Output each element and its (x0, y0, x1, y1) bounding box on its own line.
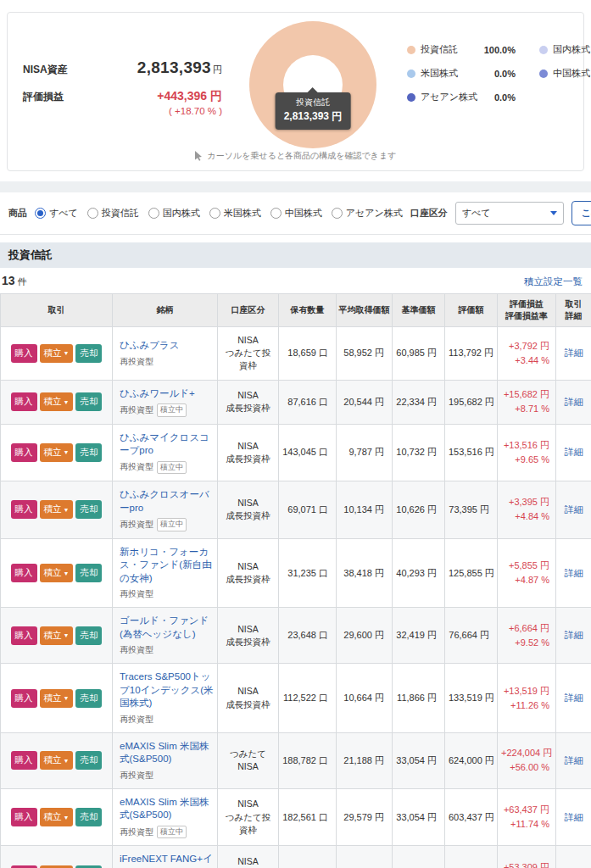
valuation-cell: 153,516 円 (445, 424, 498, 481)
fund-name-link[interactable]: eMAXIS Slim 米国株式(S&P500) (120, 740, 214, 766)
product-option-アセアン株式[interactable]: アセアン株式 (332, 207, 403, 220)
fund-row: 購入 積立▼ 売却 iFreeNEXT FANG+インデックス 再投資型 積立中… (1, 846, 591, 868)
product-option-投資信託[interactable]: 投資信託 (87, 207, 139, 220)
tsumitate-button[interactable]: 積立▼ (40, 392, 74, 411)
tsumitate-active-badge: 積立中 (157, 461, 187, 475)
buy-button[interactable]: 購入 (11, 344, 37, 363)
fund-row: 購入 積立▼ 売却 eMAXIS Slim 米国株式(S&P500) 再投資型 … (1, 788, 591, 846)
dropdown-arrow-icon: ▼ (64, 570, 70, 576)
fund-row: 購入 積立▼ 売却 新ホリコ・フォーカス・ファンド(新自由の女神) 再投資型 N… (1, 538, 591, 608)
sell-button[interactable]: 売却 (75, 808, 102, 826)
buy-button[interactable]: 購入 (11, 443, 37, 462)
hint-row: カーソルを乗せると各商品の構成を確認できます (23, 150, 568, 164)
tsumitate-button[interactable]: 積立▼ (40, 564, 74, 582)
tsumitate-button[interactable]: 積立▼ (40, 344, 74, 363)
tsumitate-settings-link[interactable]: 積立設定一覧 (524, 275, 583, 288)
tsumitate-button[interactable]: 積立▼ (40, 443, 74, 462)
legend-item: アセアン株式 0.0% (407, 91, 516, 103)
column-header: 保有数量 (279, 294, 337, 327)
product-filter-label: 商品 (8, 207, 27, 220)
fund-name-link[interactable]: ひふみクロスオーバーpro (120, 488, 214, 515)
average-price-cell: 21,188 円 (337, 732, 393, 788)
sell-button[interactable]: 売却 (75, 500, 102, 519)
sell-button[interactable]: 売却 (75, 626, 102, 645)
product-option-すべて[interactable]: すべて (35, 207, 78, 220)
product-options: すべて 投資信託 国内株式 米国株式 中国株式 アセアン株式 (35, 207, 403, 220)
fund-row: 購入 積立▼ 売却 ひふみクロスオーバーpro 再投資型 積立中 NISA成長投… (1, 481, 591, 539)
tsumitate-active-badge: 積立中 (157, 826, 187, 839)
tsumitate-button[interactable]: 積立▼ (40, 689, 74, 708)
fund-name-link[interactable]: eMAXIS Slim 米国株式(S&P500) (120, 796, 214, 822)
dropdown-arrow-icon: ▼ (64, 507, 70, 513)
detail-link[interactable]: 詳細 (565, 568, 583, 578)
fund-name-link[interactable]: Tracers S&P500トップ10インデックス(米国株式) (120, 670, 214, 710)
average-price-cell: 29,579 円 (337, 788, 393, 846)
account-select-value: すべて (462, 207, 491, 220)
buy-button[interactable]: 購入 (11, 808, 37, 826)
legend-value: 0.0% (494, 69, 516, 79)
base-price-cell: 22,334 円 (393, 380, 445, 424)
tsumitate-button[interactable]: 積立▼ (40, 626, 74, 645)
detail-link[interactable]: 詳細 (565, 397, 583, 407)
account-select[interactable]: すべて (455, 202, 564, 225)
detail-link[interactable]: 詳細 (565, 693, 583, 703)
pl-rate: +9.65 % (501, 453, 549, 467)
tsumitate-button[interactable]: 積立▼ (40, 500, 74, 519)
product-option-中国株式[interactable]: 中国株式 (270, 207, 322, 220)
buy-button[interactable]: 購入 (11, 689, 37, 708)
trade-buttons-cell: 購入 積立▼ 売却 (1, 380, 113, 424)
buy-button[interactable]: 購入 (11, 564, 37, 582)
detail-link[interactable]: 詳細 (565, 630, 583, 640)
detail-cell: 詳細 (556, 380, 591, 424)
detail-cell: 詳細 (556, 846, 591, 868)
apply-filter-button[interactable]: この条件で表示する (571, 201, 591, 225)
pl-rate: +4.84 % (501, 509, 549, 524)
buy-button[interactable]: 購入 (11, 392, 37, 411)
detail-cell: 詳細 (556, 424, 591, 481)
legend-item: 投資信託 100.0% (407, 43, 516, 56)
product-option-国内株式[interactable]: 国内株式 (148, 207, 200, 220)
detail-link[interactable]: 詳細 (565, 504, 583, 515)
pl-amount: +13,519 円 (501, 684, 549, 698)
detail-link[interactable]: 詳細 (565, 447, 583, 457)
fund-name-link[interactable]: ひふみプラス (120, 339, 214, 353)
base-price-cell: 73,888 円 (393, 846, 445, 868)
trade-buttons-cell: 購入 積立▼ 売却 (1, 481, 113, 539)
detail-link[interactable]: 詳細 (565, 812, 583, 822)
detail-link[interactable]: 詳細 (565, 348, 583, 358)
fund-name-link[interactable]: ひふみワールド+ (120, 387, 214, 401)
base-price-cell: 33,054 円 (393, 788, 445, 846)
buy-button[interactable]: 購入 (11, 626, 37, 645)
sell-button[interactable]: 売却 (75, 564, 102, 582)
trade-buttons-cell: 購入 積立▼ 売却 (1, 424, 113, 481)
tsumitate-button[interactable]: 積立▼ (40, 808, 74, 826)
fund-name-link[interactable]: ゴールド・ファンド(為替ヘッジなし) (120, 615, 214, 641)
pl-amount: +3,792 円 (501, 339, 549, 353)
legend-label: 米国株式 (421, 67, 494, 80)
sell-button[interactable]: 売却 (75, 344, 102, 363)
fund-name-link[interactable]: iFreeNEXT FANG+インデックス (120, 853, 214, 868)
product-option-米国株式[interactable]: 米国株式 (209, 207, 261, 220)
fund-name-link[interactable]: ひふみマイクロスコープpro (120, 431, 214, 458)
base-price-cell: 10,732 円 (393, 424, 445, 481)
tsumitate-button[interactable]: 積立▼ (40, 751, 74, 770)
pl-rate: +56.00 % (501, 760, 549, 775)
account-type-cell: NISA成長投資枠 (218, 538, 279, 608)
trade-buttons-cell: 購入 積立▼ 売却 (1, 608, 113, 664)
legend-value: 0.0% (494, 92, 516, 103)
sell-button[interactable]: 売却 (75, 689, 102, 708)
holding-quantity-cell: 31,576 口 (279, 846, 337, 868)
detail-link[interactable]: 詳細 (565, 755, 583, 765)
buy-button[interactable]: 購入 (11, 500, 37, 519)
fund-name-link[interactable]: 新ホリコ・フォーカス・ファンド(新自由の女神) (120, 546, 214, 586)
sell-button[interactable]: 売却 (75, 751, 102, 770)
legend-label: 投資信託 (421, 43, 484, 56)
buy-button[interactable]: 購入 (11, 751, 37, 770)
asset-allocation-donut-chart[interactable]: 投資信託 2,813,393 円 (249, 21, 376, 148)
pl-cell: +3,792 円 +3.44 % (498, 327, 556, 381)
pl-cell: +3,395 円 +4.84 % (498, 481, 556, 539)
account-type-cell: NISAつみたて投資枠 (218, 327, 279, 381)
sell-button[interactable]: 売却 (75, 392, 102, 411)
holding-quantity-cell: 18,659 口 (279, 327, 337, 381)
sell-button[interactable]: 売却 (75, 443, 102, 462)
